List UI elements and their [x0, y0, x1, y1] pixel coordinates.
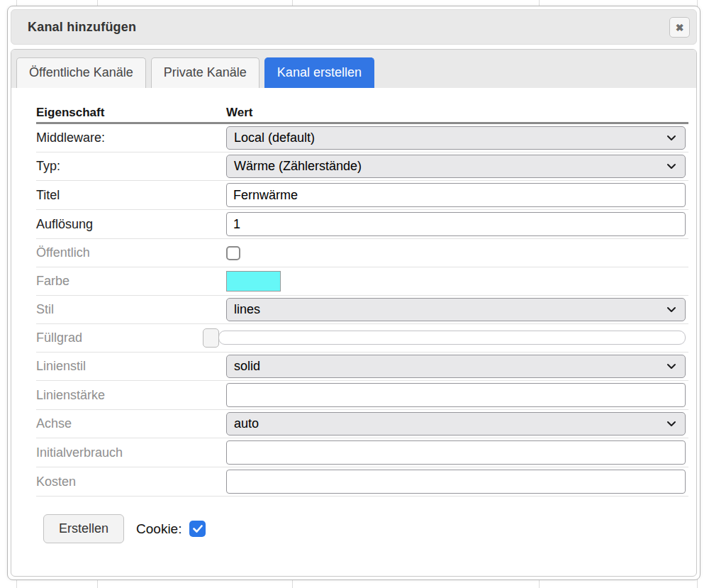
slider-handle[interactable]: [203, 328, 219, 348]
add-channel-dialog: Kanal hinzufügen ✖ Öffentliche Kanäle Pr…: [7, 6, 700, 580]
select-value: solid: [234, 359, 260, 374]
field-label: Öffentlich: [36, 245, 226, 260]
field-label: Achse: [36, 416, 226, 431]
select-value: Local (default): [234, 131, 315, 145]
table-row-farbe: Farbe: [36, 267, 688, 296]
linestyle-select[interactable]: solid: [226, 355, 686, 378]
tab-kanal-erstellen[interactable]: Kanal erstellen: [264, 57, 374, 88]
property-table: Eigenschaft Wert Middleware: Local (defa…: [36, 104, 688, 543]
field-label: Typ:: [36, 159, 226, 174]
color-swatch[interactable]: [226, 271, 281, 292]
style-select[interactable]: lines: [226, 298, 686, 321]
initial-consumption-input[interactable]: [226, 440, 686, 465]
field-label: Initialverbrauch: [36, 445, 226, 460]
table-row-fuellgrad: Füllgrad: [36, 324, 688, 353]
tabs-widget: Öffentliche Kanäle Private Kanäle Kanal …: [11, 49, 697, 577]
field-label: Kosten: [36, 475, 226, 489]
tab-panel-kanal-erstellen: Eigenschaft Wert Middleware: Local (defa…: [11, 88, 696, 543]
field-label: Füllgrad: [36, 331, 226, 345]
close-button[interactable]: ✖: [669, 17, 690, 38]
check-icon: [193, 525, 203, 533]
table-row-initialverbrauch: Initialverbrauch: [36, 438, 688, 467]
chevron-down-icon: [666, 421, 676, 427]
fill-slider: [226, 328, 686, 348]
title-input[interactable]: [226, 183, 686, 207]
dialog-titlebar: Kanal hinzufügen ✖: [11, 9, 697, 45]
table-row-achse: Achse auto: [36, 410, 688, 438]
column-header-property: Eigenschaft: [36, 106, 226, 120]
field-label: Auflösung: [36, 217, 226, 232]
field-label: Linienstil: [36, 359, 226, 374]
field-label: Middleware:: [36, 131, 226, 145]
tab-private-kanaele[interactable]: Private Kanäle: [151, 57, 259, 88]
tab-oeffentliche-kanaele[interactable]: Öffentliche Kanäle: [16, 57, 146, 88]
select-value: Wärme (Zählerstände): [234, 159, 362, 174]
table-row-titel: Titel: [36, 181, 688, 210]
table-row-typ: Typ: Wärme (Zählerstände): [36, 152, 688, 181]
chevron-down-icon: [666, 163, 676, 170]
resolution-input[interactable]: [226, 212, 686, 236]
field-label: Titel: [36, 188, 226, 203]
chevron-down-icon: [666, 363, 676, 370]
tab-strip: Öffentliche Kanäle Private Kanäle Kanal …: [11, 50, 696, 88]
create-button[interactable]: Erstellen: [43, 514, 124, 543]
cookie-checkbox[interactable]: [189, 521, 206, 537]
table-row-middleware: Middleware: Local (default): [36, 124, 688, 152]
table-row-stil: Stil lines: [36, 296, 688, 324]
linewidth-input[interactable]: [226, 383, 686, 407]
table-row-kosten: Kosten: [36, 467, 688, 497]
middleware-select[interactable]: Local (default): [226, 126, 686, 150]
page-background: Kanal hinzufügen ✖ Öffentliche Kanäle Pr…: [0, 0, 709, 588]
field-label: Farbe: [36, 274, 226, 289]
cost-input[interactable]: [226, 470, 686, 494]
close-icon: ✖: [676, 23, 684, 33]
type-select[interactable]: Wärme (Zählerstände): [226, 155, 686, 178]
slider-track[interactable]: [218, 331, 686, 345]
axis-select[interactable]: auto: [226, 412, 686, 436]
table-header-row: Eigenschaft Wert: [36, 104, 688, 124]
field-label: Linienstärke: [36, 388, 226, 403]
field-label: Stil: [36, 302, 226, 317]
table-row-linienstaerke: Linienstärke: [36, 381, 688, 410]
table-row-aufloesung: Auflösung: [36, 210, 688, 239]
public-checkbox[interactable]: [226, 246, 240, 260]
cookie-label: Cookie:: [136, 521, 182, 537]
select-value: lines: [234, 302, 260, 317]
table-row-oeffentlich: Öffentlich: [36, 239, 688, 267]
form-actions: Erstellen Cookie:: [43, 514, 688, 543]
column-header-value: Wert: [226, 106, 688, 120]
dialog-title: Kanal hinzufügen: [28, 20, 136, 35]
select-value: auto: [234, 416, 259, 431]
chevron-down-icon: [666, 135, 676, 141]
table-row-linienstil: Linienstil solid: [36, 353, 688, 381]
chevron-down-icon: [666, 306, 676, 313]
